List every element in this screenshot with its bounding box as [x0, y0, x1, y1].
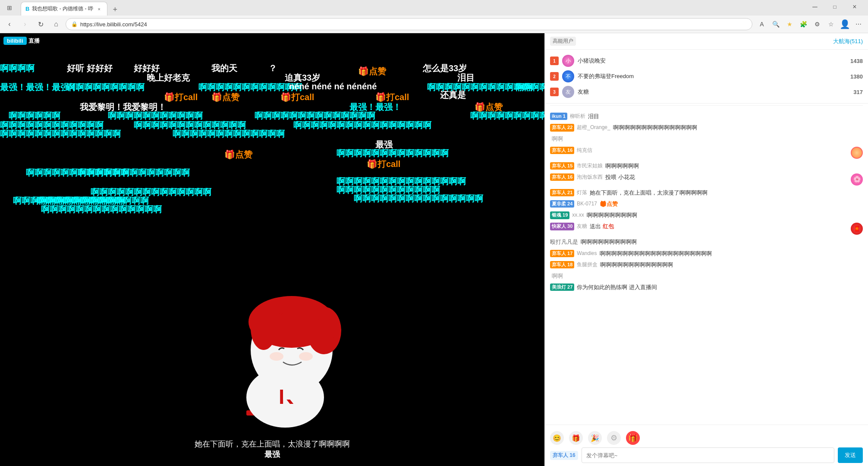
subtitle-line2: 最强 — [264, 449, 280, 460]
character-svg: K — [186, 216, 359, 432]
address-bar[interactable]: 🔒 https://live.bilibili.com/5424 — [66, 18, 752, 30]
refresh-btn[interactable]: ↻ — [35, 18, 47, 30]
home-btn[interactable]: ⌂ — [50, 18, 62, 30]
danmaku-item: 好听 好好好 — [67, 63, 113, 74]
chat-message: 殴打凡凡是 啊啊啊啊啊啊啊啊啊啊 — [545, 236, 868, 248]
msg-content: 送出 红包 — [590, 223, 846, 230]
danmaku-item: 🎁点赞 — [475, 101, 503, 113]
danmaku-item: 啊啊啊啊啊啊啊啊啊啊啊啊啊 — [134, 120, 246, 131]
msg-content: 啊啊啊啊啊啊啊啊啊啊啊啊啊啊啊啊啊啊啊啊 — [600, 250, 863, 258]
tab-icon-area: ⊞ — [3, 2, 16, 14]
character-area: K — [186, 216, 359, 432]
chat-message: 弃车人 15 市民宋姑娘 啊啊啊啊啊啊 — [545, 161, 868, 172]
translate-btn[interactable]: A — [756, 18, 768, 30]
bili-watermark: bilibili 直播 — [3, 37, 40, 45]
danmaku-item: 啊啊啊啊啊啊啊啊啊啊啊啊啊 — [337, 148, 449, 159]
contributor-2: 2 不 不要的弗瑞登Freedom 1380 — [550, 69, 863, 84]
profile-btn[interactable]: 👤 — [839, 18, 851, 30]
extension1-btn[interactable]: 🧩 — [797, 18, 809, 30]
danmaku-item: 啊啊 — [516, 82, 533, 93]
video-area: bilibili 直播 啊啊啊啊好听 好好好好好好我的天？怎么是33岁晚上好老克… — [0, 33, 544, 466]
danmaku-item: 好好好 — [134, 63, 160, 74]
msg-badge: 弃车人 16 — [550, 147, 574, 154]
emoji-btn-3[interactable]: 🎉 — [588, 431, 602, 445]
chat-message: 弃车人 16 纯克信 — [545, 145, 868, 161]
msg-content: 泪目 — [588, 113, 863, 120]
svg-point-9 — [270, 352, 283, 361]
contributor-name-1: 小猪说晚安 — [578, 57, 847, 65]
danmaku-item: 啊啊啊啊啊啊啊啊啊啊啊啊啊啊啊 — [337, 176, 466, 187]
top-contributors: 1 小 小猪说晚安 1438 2 不 不要的弗瑞登Freedom 1380 3 … — [545, 50, 868, 104]
maximize-btn[interactable]: □ — [825, 0, 845, 14]
chat-messages[interactable]: ikun 1 柳听析 泪目 弃车人 22 超橙_Orange_ 啊啊啊啊啊啊啊啊… — [545, 107, 868, 425]
msg-username: 泡泡饭东西 — [577, 173, 603, 181]
danmaku-item: 啊啊啊啊啊啊啊啊啊啊啊啊啊 — [78, 167, 190, 179]
new-tab-btn[interactable]: + — [109, 3, 121, 16]
rank-badge-2: 2 — [550, 72, 559, 81]
danmaku-item: 啊啊啊啊啊啊啊啊啊啊啊啊啊 — [173, 128, 285, 140]
danmaku-settings-btn[interactable]: ⚙ — [607, 431, 621, 445]
msg-badge: 快家人 30 — [550, 223, 574, 230]
bili-logo: bilibili — [3, 37, 27, 45]
msg-badge: 弃车人 16 — [550, 173, 574, 181]
msg-badge: ikun 1 — [550, 113, 567, 120]
msg-content: 啊啊 — [550, 272, 863, 280]
contributor-1: 1 小 小猪说晚安 1438 — [550, 53, 863, 69]
msg-badge: 弃车人 17 — [550, 250, 574, 257]
forward-btn[interactable]: › — [19, 18, 31, 30]
emoji-toolbar: 😊 🎁 🎉 ⚙ 🎁 — [550, 428, 863, 447]
tab-close-btn[interactable]: × — [96, 6, 103, 13]
chat-input-row: 弃车人 16 发送 — [550, 447, 863, 463]
gift-btn[interactable]: 🎁 — [626, 431, 640, 445]
contributor-score-1: 1438 — [850, 58, 863, 64]
msg-badge: 弃车人 21 — [550, 189, 574, 196]
msg-content: 投喂 小花花 — [605, 173, 848, 181]
search-btn[interactable]: 🔍 — [770, 18, 782, 30]
danmaku-item: 泪目 — [457, 72, 475, 84]
msg-content: 啊啊 — [550, 135, 863, 143]
favorites-bar-btn[interactable]: ☆ — [825, 18, 837, 30]
msg-badge: 美浪灯 27 — [550, 283, 574, 291]
danmaku-item: 🎁打call — [375, 91, 409, 103]
msg-username: 市民宋姑娘 — [577, 162, 603, 170]
msg-username: BK-0717 — [577, 200, 597, 208]
msg-username: 超橙_Orange_ — [577, 124, 610, 131]
favorites-btn[interactable]: ★ — [783, 18, 796, 30]
chat-message: 银魂 19 xx.xx 啊啊啊啊啊啊啊啊啊 — [545, 210, 868, 221]
subtitle-bar: 她在下面听，克在上面唱，太浪漫了啊啊啊啊 最强 — [0, 432, 544, 466]
danmaku-item: 啊啊啊啊啊啊啊啊啊啊啊啊啊啊啊啊 — [427, 82, 544, 93]
chat-message: 啊啊 — [545, 133, 868, 145]
danmaku-item: 啊啊啊啊啊啊啊啊啊啊啊啊啊啊啊啊 — [293, 120, 431, 131]
contributor-score-2: 1380 — [850, 73, 863, 80]
chat-message: 啊啊 — [545, 271, 868, 282]
address-row: ‹ › ↻ ⌂ 🔒 https://live.bilibili.com/5424… — [0, 16, 868, 33]
close-btn[interactable]: × — [845, 0, 865, 14]
redpacket-icon: 🧧 — [851, 223, 863, 235]
sidebar-header: 高能用户 大航海(511) — [545, 33, 868, 50]
sidebar-bottom: 😊 🎁 🎉 ⚙ 🎁 弃车人 16 发送 — [545, 425, 868, 466]
contributor-score-3: 317 — [853, 89, 863, 95]
back-btn[interactable]: ‹ — [3, 18, 16, 30]
danmaku-item: 啊啊啊啊啊啊啊啊啊啊啊啊 — [337, 184, 440, 196]
msg-username: 柳听析 — [570, 113, 585, 120]
chat-input[interactable] — [582, 447, 834, 463]
svg-rect-12 — [283, 389, 300, 400]
danmaku-item: 🎁点赞 — [224, 149, 252, 161]
emoji-btn-2[interactable]: 🎁 — [569, 431, 583, 445]
active-tab[interactable]: B 我也想唱歌 - 内德维德 - 哔 × — [21, 2, 107, 16]
danmaku-item: 啊啊啊啊啊啊啊啊啊啊啊啊啊 — [37, 195, 149, 207]
contributor-3: 3 友 友糖 317 — [550, 84, 863, 100]
msg-badge: 夏非柔 24 — [550, 200, 574, 208]
more-btn[interactable]: ⋯ — [852, 18, 865, 30]
chat-message: 美浪灯 27 你为何如此的熟练啊 进入直播间 — [545, 282, 868, 293]
minimize-btn[interactable]: ─ — [805, 0, 825, 14]
contributor-avatar-2: 不 — [562, 70, 574, 82]
extension2-btn[interactable]: ⚙ — [811, 18, 823, 30]
send-button[interactable]: 发送 — [838, 447, 863, 463]
emoji-btn-1[interactable]: 😊 — [550, 431, 564, 445]
danmaku-item: 啊啊啊啊啊啊啊啊啊啊啊 — [108, 110, 203, 122]
danmaku-item: 最强！最强！ — [349, 101, 401, 113]
danmaku-item: 啊啊啊啊啊啊啊啊啊啊啊啊 — [198, 82, 302, 93]
danmaku-item: 啊啊啊啊 — [0, 63, 35, 74]
msg-content: 啊啊啊啊啊啊啊啊啊啊啊啊啊 — [600, 261, 863, 269]
